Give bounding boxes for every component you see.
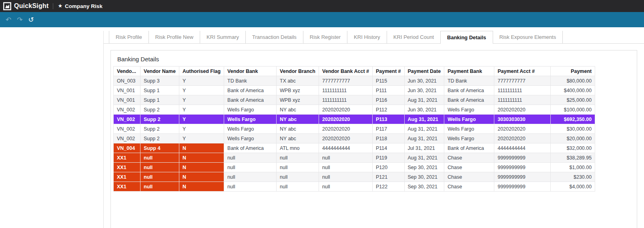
table-cell[interactable]: 2020202020: [319, 115, 373, 124]
redo-icon[interactable]: ↷: [17, 16, 22, 23]
table-cell[interactable]: Jun 30, 2021: [404, 105, 444, 115]
table-cell[interactable]: $25,000.00: [551, 95, 595, 105]
table-cell[interactable]: 1111111111: [319, 86, 373, 95]
table-cell[interactable]: Bank of America: [224, 95, 277, 105]
table-cell[interactable]: Chase: [444, 172, 494, 182]
table-cell[interactable]: P117: [372, 124, 404, 134]
table-cell[interactable]: Bank of America: [444, 143, 494, 153]
table-cell[interactable]: N: [179, 163, 224, 172]
table-cell[interactable]: null: [277, 163, 319, 172]
table-cell[interactable]: 1111111111: [319, 95, 373, 105]
tab-kri-summary[interactable]: KRI Summary: [200, 31, 245, 43]
column-header-vendor-branch[interactable]: Vendor Branch: [277, 67, 319, 76]
table-cell[interactable]: null: [224, 153, 277, 163]
table-cell[interactable]: Wells Fargo: [224, 134, 277, 143]
table-cell[interactable]: 1111111111: [494, 95, 551, 105]
table-cell[interactable]: $230.00: [551, 172, 595, 182]
table-cell[interactable]: 4444444444: [494, 143, 551, 153]
table-cell[interactable]: $30,000.00: [551, 124, 595, 134]
table-cell[interactable]: P113: [372, 115, 404, 124]
table-cell[interactable]: Jun 30, 2021: [404, 76, 444, 86]
table-cell[interactable]: 1111111111: [494, 86, 551, 95]
table-cell[interactable]: Aug 31, 2021: [404, 153, 444, 163]
column-header-payment-[interactable]: Payment #: [372, 67, 404, 76]
table-cell[interactable]: VN_002: [114, 115, 140, 124]
table-cell[interactable]: XX1: [114, 153, 140, 163]
column-header-vendor-name[interactable]: Vendor Name: [140, 67, 179, 76]
table-cell[interactable]: P112: [372, 105, 404, 115]
column-header-payment-date[interactable]: Payment Date: [404, 67, 444, 76]
table-cell[interactable]: N: [179, 172, 224, 182]
table-cell[interactable]: Y: [179, 86, 224, 95]
table-cell[interactable]: N: [179, 182, 224, 192]
table-cell[interactable]: Aug 31, 2021: [404, 95, 444, 105]
table-cell[interactable]: 2020202020: [494, 134, 551, 143]
table-cell[interactable]: P121: [372, 172, 404, 182]
table-cell[interactable]: TD Bank: [224, 76, 277, 86]
table-cell[interactable]: Supp 2: [140, 105, 179, 115]
table-cell[interactable]: null: [277, 153, 319, 163]
table-cell[interactable]: 2020202020: [494, 124, 551, 134]
table-cell[interactable]: Wells Fargo: [224, 124, 277, 134]
table-cell[interactable]: null: [319, 172, 373, 182]
table-cell[interactable]: Wells Fargo: [444, 105, 494, 115]
table-cell[interactable]: Supp 2: [140, 115, 179, 124]
tab-risk-profile-new[interactable]: Risk Profile New: [148, 31, 200, 43]
banking-details-visual[interactable]: Banking Details Vendo...Vendor NameAutho…: [110, 50, 637, 228]
tab-transaction-details[interactable]: Transaction Details: [245, 31, 303, 43]
table-cell[interactable]: null: [319, 153, 373, 163]
table-cell[interactable]: VN_002: [114, 105, 140, 115]
table-cell[interactable]: Chase: [444, 153, 494, 163]
table-cell[interactable]: WPB xyz: [277, 95, 319, 105]
table-cell[interactable]: $1,000.00: [551, 163, 595, 172]
table-cell[interactable]: $80,000.00: [551, 76, 595, 86]
tab-kri-period-count[interactable]: KRI Period Count: [387, 31, 440, 43]
table-cell[interactable]: null: [140, 163, 179, 172]
table-cell[interactable]: Aug 31, 2021: [404, 115, 444, 124]
table-cell[interactable]: XX1: [114, 163, 140, 172]
table-cell[interactable]: Supp 2: [140, 124, 179, 134]
table-cell[interactable]: VN_004: [114, 143, 140, 153]
table-cell[interactable]: $38,289.95: [551, 153, 595, 163]
table-cell[interactable]: 2020202020: [494, 105, 551, 115]
table-cell[interactable]: 9999999999: [494, 153, 551, 163]
table-cell[interactable]: Bank of America: [444, 86, 494, 95]
table-cell[interactable]: VN_002: [114, 134, 140, 143]
tab-risk-profile[interactable]: Risk Profile: [109, 31, 148, 43]
table-cell[interactable]: Jul 31, 2021: [404, 143, 444, 153]
table-cell[interactable]: Supp 1: [140, 95, 179, 105]
table-cell[interactable]: $692,350.00: [551, 115, 595, 124]
table-cell[interactable]: N: [179, 153, 224, 163]
table-cell[interactable]: 3030303030: [494, 115, 551, 124]
table-cell[interactable]: Sep 30, 2021: [404, 182, 444, 192]
table-cell[interactable]: P115: [372, 76, 404, 86]
table-cell[interactable]: 9999999999: [494, 172, 551, 182]
table-cell[interactable]: $400,000.00: [551, 86, 595, 95]
table-cell[interactable]: P119: [372, 153, 404, 163]
table-cell[interactable]: P114: [372, 143, 404, 153]
table-cell[interactable]: VN_001: [114, 95, 140, 105]
table-cell[interactable]: Jun 30, 2021: [404, 86, 444, 95]
table-cell[interactable]: Supp 4: [140, 143, 179, 153]
table-cell[interactable]: Bank of America: [224, 86, 277, 95]
column-header-payment[interactable]: Payment: [551, 67, 595, 76]
table-cell[interactable]: Aug 31, 2021: [404, 134, 444, 143]
column-header-vendor-bank[interactable]: Vendor Bank: [224, 67, 277, 76]
table-cell[interactable]: 7777777777: [319, 76, 373, 86]
table-cell[interactable]: Y: [179, 124, 224, 134]
table-cell[interactable]: Bank of America: [224, 143, 277, 153]
table-cell[interactable]: TD Bank: [444, 76, 494, 86]
table-cell[interactable]: 2020202020: [319, 124, 373, 134]
column-header-vendor-bank-acct-[interactable]: Vendor Bank Acct #: [319, 67, 373, 76]
tab-risk-register[interactable]: Risk Register: [303, 31, 347, 43]
table-cell[interactable]: VN_001: [114, 86, 140, 95]
table-cell[interactable]: null: [140, 182, 179, 192]
tab-kri-history[interactable]: KRI History: [347, 31, 387, 43]
table-cell[interactable]: null: [319, 163, 373, 172]
table-cell[interactable]: XX1: [114, 182, 140, 192]
undo-icon[interactable]: ↶: [6, 16, 11, 23]
table-cell[interactable]: ATL mno: [277, 143, 319, 153]
table-cell[interactable]: Y: [179, 76, 224, 86]
reset-icon[interactable]: ↺: [28, 16, 34, 23]
table-cell[interactable]: NY abc: [277, 105, 319, 115]
